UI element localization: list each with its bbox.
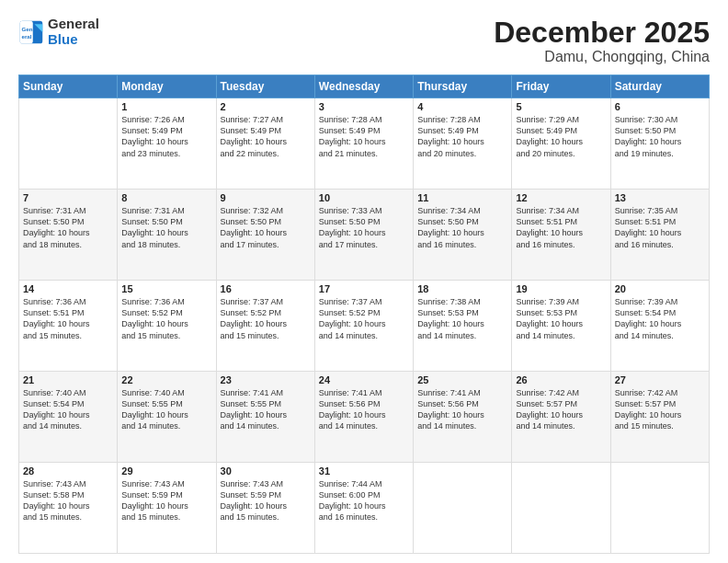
calendar-header-sunday: Sunday xyxy=(19,75,118,98)
day-number: 4 xyxy=(417,101,507,112)
calendar-cell: 28Sunrise: 7:43 AM Sunset: 5:58 PM Dayli… xyxy=(19,463,118,554)
calendar-header-row: SundayMondayTuesdayWednesdayThursdayFrid… xyxy=(19,75,710,98)
svg-text:eral: eral xyxy=(22,33,32,40)
day-number: 10 xyxy=(319,192,409,203)
day-number: 18 xyxy=(417,283,507,294)
day-info: Sunrise: 7:29 AM Sunset: 5:49 PM Dayligh… xyxy=(516,114,606,159)
calendar-cell: 13Sunrise: 7:35 AM Sunset: 5:51 PM Dayli… xyxy=(610,190,709,281)
day-info: Sunrise: 7:40 AM Sunset: 5:54 PM Dayligh… xyxy=(23,387,113,432)
header: Gen eral General Blue December 2025 Damu… xyxy=(18,17,710,65)
calendar-cell: 20Sunrise: 7:39 AM Sunset: 5:54 PM Dayli… xyxy=(610,281,709,372)
day-number: 22 xyxy=(121,374,211,385)
day-number: 26 xyxy=(516,374,606,385)
calendar-cell: 22Sunrise: 7:40 AM Sunset: 5:55 PM Dayli… xyxy=(118,372,216,463)
logo-icon: Gen eral xyxy=(18,19,44,45)
day-number: 21 xyxy=(23,374,113,385)
logo-text: General Blue xyxy=(48,17,99,47)
page: Gen eral General Blue December 2025 Damu… xyxy=(0,0,728,563)
logo: Gen eral General Blue xyxy=(18,17,99,47)
day-info: Sunrise: 7:43 AM Sunset: 5:58 PM Dayligh… xyxy=(23,478,113,523)
calendar-week-1: 1Sunrise: 7:26 AM Sunset: 5:49 PM Daylig… xyxy=(19,98,710,190)
day-number: 17 xyxy=(319,283,409,294)
calendar-cell: 29Sunrise: 7:43 AM Sunset: 5:59 PM Dayli… xyxy=(118,463,216,554)
day-info: Sunrise: 7:32 AM Sunset: 5:50 PM Dayligh… xyxy=(221,205,311,250)
calendar-cell xyxy=(610,463,709,554)
calendar-header-friday: Friday xyxy=(512,75,610,98)
day-info: Sunrise: 7:43 AM Sunset: 5:59 PM Dayligh… xyxy=(221,478,311,523)
day-info: Sunrise: 7:26 AM Sunset: 5:49 PM Dayligh… xyxy=(121,114,211,159)
day-number: 8 xyxy=(121,192,211,203)
day-number: 16 xyxy=(221,283,311,294)
calendar-week-3: 14Sunrise: 7:36 AM Sunset: 5:51 PM Dayli… xyxy=(19,281,710,372)
day-number: 6 xyxy=(615,101,705,112)
calendar-cell xyxy=(512,463,610,554)
day-info: Sunrise: 7:34 AM Sunset: 5:50 PM Dayligh… xyxy=(417,205,507,250)
day-number: 19 xyxy=(516,283,606,294)
calendar-cell: 27Sunrise: 7:42 AM Sunset: 5:57 PM Dayli… xyxy=(610,372,709,463)
calendar-cell: 9Sunrise: 7:32 AM Sunset: 5:50 PM Daylig… xyxy=(216,190,314,281)
logo-line2: Blue xyxy=(48,31,78,47)
day-number: 7 xyxy=(23,192,113,203)
calendar-cell xyxy=(414,463,512,554)
calendar-cell: 23Sunrise: 7:41 AM Sunset: 5:55 PM Dayli… xyxy=(216,372,314,463)
calendar-cell: 15Sunrise: 7:36 AM Sunset: 5:52 PM Dayli… xyxy=(118,281,216,372)
calendar-cell: 30Sunrise: 7:43 AM Sunset: 5:59 PM Dayli… xyxy=(216,463,314,554)
day-number: 14 xyxy=(23,283,113,294)
day-info: Sunrise: 7:38 AM Sunset: 5:53 PM Dayligh… xyxy=(417,296,507,341)
calendar-cell: 8Sunrise: 7:31 AM Sunset: 5:50 PM Daylig… xyxy=(118,190,216,281)
day-info: Sunrise: 7:31 AM Sunset: 5:50 PM Dayligh… xyxy=(23,205,113,250)
day-number: 25 xyxy=(417,374,507,385)
calendar-cell: 14Sunrise: 7:36 AM Sunset: 5:51 PM Dayli… xyxy=(19,281,118,372)
calendar-cell: 26Sunrise: 7:42 AM Sunset: 5:57 PM Dayli… xyxy=(512,372,610,463)
day-number: 9 xyxy=(221,192,311,203)
day-info: Sunrise: 7:39 AM Sunset: 5:54 PM Dayligh… xyxy=(615,296,705,341)
calendar-table: SundayMondayTuesdayWednesdayThursdayFrid… xyxy=(18,75,710,554)
day-info: Sunrise: 7:41 AM Sunset: 5:55 PM Dayligh… xyxy=(221,387,311,432)
calendar-cell: 3Sunrise: 7:28 AM Sunset: 5:49 PM Daylig… xyxy=(314,98,413,190)
calendar-cell: 31Sunrise: 7:44 AM Sunset: 6:00 PM Dayli… xyxy=(314,463,413,554)
day-info: Sunrise: 7:35 AM Sunset: 5:51 PM Dayligh… xyxy=(615,205,705,250)
day-number: 20 xyxy=(615,283,705,294)
day-info: Sunrise: 7:42 AM Sunset: 5:57 PM Dayligh… xyxy=(516,387,606,432)
calendar-cell: 2Sunrise: 7:27 AM Sunset: 5:49 PM Daylig… xyxy=(216,98,314,190)
day-info: Sunrise: 7:41 AM Sunset: 5:56 PM Dayligh… xyxy=(417,387,507,432)
calendar-cell: 4Sunrise: 7:28 AM Sunset: 5:49 PM Daylig… xyxy=(414,98,512,190)
day-info: Sunrise: 7:41 AM Sunset: 5:56 PM Dayligh… xyxy=(319,387,409,432)
calendar-cell: 17Sunrise: 7:37 AM Sunset: 5:52 PM Dayli… xyxy=(314,281,413,372)
calendar-cell xyxy=(19,98,118,190)
day-number: 15 xyxy=(121,283,211,294)
calendar-header-thursday: Thursday xyxy=(414,75,512,98)
calendar-week-5: 28Sunrise: 7:43 AM Sunset: 5:58 PM Dayli… xyxy=(19,463,710,554)
day-number: 5 xyxy=(516,101,606,112)
calendar-cell: 21Sunrise: 7:40 AM Sunset: 5:54 PM Dayli… xyxy=(19,372,118,463)
day-number: 23 xyxy=(221,374,311,385)
day-number: 27 xyxy=(615,374,705,385)
day-info: Sunrise: 7:36 AM Sunset: 5:52 PM Dayligh… xyxy=(121,296,211,341)
calendar-header-saturday: Saturday xyxy=(610,75,709,98)
subtitle: Damu, Chongqing, China xyxy=(494,49,710,65)
calendar-cell: 6Sunrise: 7:30 AM Sunset: 5:50 PM Daylig… xyxy=(610,98,709,190)
day-info: Sunrise: 7:27 AM Sunset: 5:49 PM Dayligh… xyxy=(221,114,311,159)
day-number: 12 xyxy=(516,192,606,203)
day-number: 2 xyxy=(221,101,311,112)
day-info: Sunrise: 7:33 AM Sunset: 5:50 PM Dayligh… xyxy=(319,205,409,250)
day-number: 28 xyxy=(23,465,113,477)
day-number: 1 xyxy=(121,101,211,112)
day-info: Sunrise: 7:36 AM Sunset: 5:51 PM Dayligh… xyxy=(23,296,113,341)
day-info: Sunrise: 7:44 AM Sunset: 6:00 PM Dayligh… xyxy=(319,478,409,523)
day-number: 11 xyxy=(417,192,507,203)
day-info: Sunrise: 7:37 AM Sunset: 5:52 PM Dayligh… xyxy=(221,296,311,341)
svg-text:Gen: Gen xyxy=(22,26,33,32)
day-number: 30 xyxy=(221,465,311,477)
day-info: Sunrise: 7:39 AM Sunset: 5:53 PM Dayligh… xyxy=(516,296,606,341)
calendar-cell: 11Sunrise: 7:34 AM Sunset: 5:50 PM Dayli… xyxy=(414,190,512,281)
calendar-header-monday: Monday xyxy=(118,75,216,98)
day-number: 3 xyxy=(319,101,409,112)
calendar-cell: 10Sunrise: 7:33 AM Sunset: 5:50 PM Dayli… xyxy=(314,190,413,281)
day-number: 13 xyxy=(615,192,705,203)
day-number: 29 xyxy=(121,465,211,477)
calendar-cell: 5Sunrise: 7:29 AM Sunset: 5:49 PM Daylig… xyxy=(512,98,610,190)
main-title: December 2025 xyxy=(494,17,710,49)
day-info: Sunrise: 7:37 AM Sunset: 5:52 PM Dayligh… xyxy=(319,296,409,341)
calendar-cell: 12Sunrise: 7:34 AM Sunset: 5:51 PM Dayli… xyxy=(512,190,610,281)
